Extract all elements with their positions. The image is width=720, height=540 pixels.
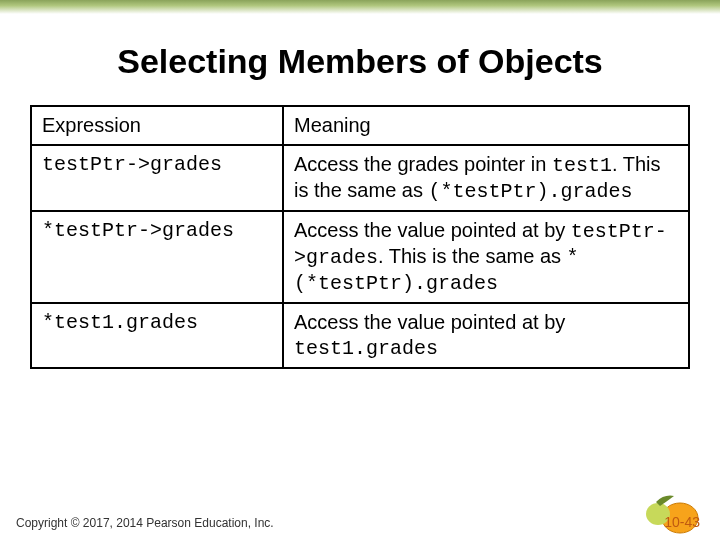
copyright-text: Copyright © 2017, 2014 Pearson Education…	[16, 516, 274, 530]
table-row: *testPtr->grades Access the value pointe…	[31, 211, 689, 303]
meaning-text: Access the value pointed at by	[294, 311, 565, 333]
expression-cell: *testPtr->grades	[31, 211, 283, 303]
table-header-row: Expression Meaning	[31, 106, 689, 145]
meaning-code: (*testPtr).grades	[429, 180, 633, 203]
meaning-text: . This is the same as	[378, 245, 567, 267]
meaning-code: test1.grades	[294, 337, 438, 360]
slide-title: Selecting Members of Objects	[0, 42, 720, 81]
expression-cell: *test1.grades	[31, 303, 283, 368]
expression-cell: testPtr->grades	[31, 145, 283, 211]
meaning-text: Access the value pointed at by	[294, 219, 571, 241]
meaning-cell: Access the value pointed at by testPtr->…	[283, 211, 689, 303]
table-row: *test1.grades Access the value pointed a…	[31, 303, 689, 368]
member-access-table: Expression Meaning testPtr->grades Acces…	[30, 105, 690, 369]
meaning-code: test1	[552, 154, 612, 177]
header-accent-bar	[0, 0, 720, 14]
page-number: 10-43	[664, 514, 700, 530]
header-expression: Expression	[31, 106, 283, 145]
meaning-cell: Access the grades pointer in test1. This…	[283, 145, 689, 211]
meaning-cell: Access the value pointed at by test1.gra…	[283, 303, 689, 368]
table-row: testPtr->grades Access the grades pointe…	[31, 145, 689, 211]
header-meaning: Meaning	[283, 106, 689, 145]
meaning-text: Access the grades pointer in	[294, 153, 552, 175]
